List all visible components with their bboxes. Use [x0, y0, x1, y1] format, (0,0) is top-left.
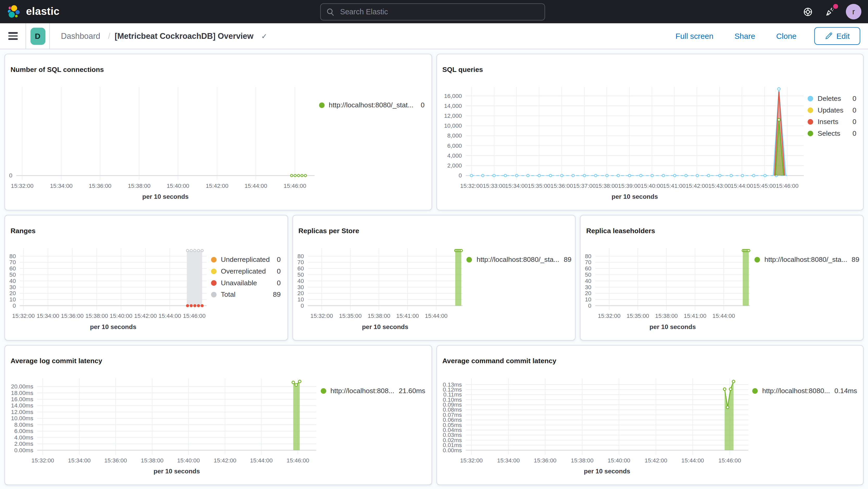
legend-item[interactable]: Overreplicated0 [211, 268, 281, 275]
svg-text:50: 50 [9, 272, 16, 278]
panel-replicas-per-store[interactable]: Replicas per Store 0102030405060708015:3… [292, 215, 576, 341]
svg-text:per 10 seconds: per 10 seconds [650, 323, 696, 330]
legend-value: 0 [421, 101, 425, 109]
legend-item[interactable]: http://localhost:8080...0.14ms [752, 387, 856, 395]
panel-number-of-sql-connections[interactable]: Number of SQL connections 015:32:0015:34… [4, 54, 432, 211]
legend-label: http://localhost:8080/_sta... [764, 256, 847, 264]
panel-average-log-commit-latency[interactable]: Average log commit latency 0.00ms2.00ms4… [4, 345, 432, 485]
clone-button[interactable]: Clone [773, 31, 800, 41]
panel-sql-queries[interactable]: SQL queries 02,0004,0006,0008,00010,0001… [436, 54, 864, 211]
svg-text:0: 0 [588, 303, 591, 309]
legend-item[interactable]: Inserts0 [808, 118, 856, 126]
svg-text:15:34:00: 15:34:00 [505, 183, 528, 189]
svg-text:20: 20 [585, 290, 592, 297]
legend-value: 0 [277, 268, 281, 275]
legend-item[interactable]: Deletes0 [808, 95, 856, 102]
svg-text:80: 80 [297, 253, 304, 259]
svg-text:70: 70 [297, 259, 304, 266]
svg-text:15:44:00: 15:44:00 [245, 183, 267, 189]
svg-text:15:34:00: 15:34:00 [68, 457, 91, 464]
svg-text:15:43:00: 15:43:00 [708, 183, 731, 189]
legend-item[interactable]: Total89 [211, 291, 281, 299]
svg-text:15:34:00: 15:34:00 [497, 457, 520, 464]
newsfeed-button[interactable] [824, 5, 836, 18]
dashboard-toolbar: D Dashboard / [Metricbeat CockroachDB] O… [0, 23, 868, 49]
panel-ranges[interactable]: Ranges 0102030405060708015:32:0015:34:00… [4, 215, 288, 341]
svg-text:6,000: 6,000 [447, 143, 462, 149]
svg-text:16.00ms: 16.00ms [11, 396, 33, 402]
panel-title: SQL queries [437, 61, 863, 75]
chart-legend: http://localhost:8080/_sta...89 [467, 244, 575, 340]
panel-replica-leaseholders[interactable]: Replica leaseholders 0102030405060708015… [580, 215, 864, 341]
series-dot-icon [808, 107, 813, 113]
svg-text:15:32:00: 15:32:00 [598, 313, 621, 319]
svg-text:30: 30 [297, 284, 304, 291]
space-switcher[interactable]: D [26, 23, 49, 49]
svg-text:40: 40 [585, 278, 592, 284]
panel-average-command-commit-latency[interactable]: Average command commit latency 0.00ms0.0… [436, 345, 864, 485]
legend-item[interactable]: Updates0 [808, 106, 856, 114]
page-title: [Metricbeat CockroachDB] Overview [115, 32, 253, 40]
svg-text:15:35:00: 15:35:00 [339, 313, 362, 319]
user-avatar[interactable]: r [846, 4, 862, 20]
chart-command-commit-latency[interactable]: 0.00ms0.01ms0.02ms0.03ms0.04ms0.05ms0.06… [437, 374, 752, 485]
chart-replica-leaseholders[interactable]: 0102030405060708015:32:0015:35:0015:38:0… [581, 244, 754, 340]
svg-text:15:44:00: 15:44:00 [159, 313, 181, 319]
series-dot-icon [467, 257, 472, 262]
svg-text:15:34:00: 15:34:00 [37, 313, 59, 319]
svg-text:15:36:00: 15:36:00 [104, 457, 127, 464]
svg-text:15:46:00: 15:46:00 [718, 457, 741, 464]
svg-text:15:40:00: 15:40:00 [641, 183, 663, 189]
legend-item[interactable]: Underreplicated0 [211, 256, 281, 264]
panel-title: Ranges [5, 222, 287, 237]
svg-text:10,000: 10,000 [444, 122, 462, 129]
svg-text:70: 70 [9, 259, 16, 266]
svg-text:12,000: 12,000 [444, 113, 462, 119]
legend-item[interactable]: Unavailable0 [211, 279, 281, 287]
chart-sql-queries[interactable]: 02,0004,0006,0008,00010,00012,00014,0001… [437, 83, 808, 210]
chart-ranges[interactable]: 0102030405060708015:32:0015:34:0015:36:0… [5, 244, 211, 340]
edit-button[interactable]: Edit [814, 27, 860, 45]
help-button[interactable] [802, 6, 814, 18]
series-dot-icon [808, 131, 813, 136]
svg-text:50: 50 [585, 272, 592, 278]
svg-text:15:32:00: 15:32:00 [460, 457, 483, 464]
svg-text:15:42:00: 15:42:00 [214, 457, 237, 464]
svg-text:15:36:00: 15:36:00 [550, 183, 573, 189]
svg-text:15:45:00: 15:45:00 [753, 183, 776, 189]
svg-text:15:36:00: 15:36:00 [61, 313, 84, 319]
svg-text:15:46:00: 15:46:00 [183, 313, 206, 319]
share-button[interactable]: Share [731, 31, 758, 41]
svg-text:0: 0 [301, 303, 304, 309]
legend-item[interactable]: http://localhost:808...21.60ms [320, 387, 425, 395]
legend-label: http://localhost:8080... [762, 387, 830, 395]
search-icon [326, 7, 335, 16]
svg-text:8.00ms: 8.00ms [14, 422, 33, 428]
legend-item[interactable]: Selects0 [808, 129, 856, 137]
chart-sql-connections[interactable]: 015:32:0015:34:0015:36:0015:38:0015:40:0… [5, 83, 319, 210]
svg-text:10: 10 [585, 296, 592, 303]
chart-log-commit-latency[interactable]: 0.00ms2.00ms4.00ms6.00ms8.00ms10.00ms12.… [5, 374, 320, 485]
full-screen-button[interactable]: Full screen [672, 31, 717, 41]
svg-text:70: 70 [585, 259, 592, 266]
svg-text:15:33:00: 15:33:00 [483, 183, 505, 189]
legend-label: http://localhost:8080/_stat... [329, 101, 413, 109]
title-menu-icon[interactable]: ✓ [258, 31, 271, 41]
breadcrumb-dashboard[interactable]: Dashboard [58, 31, 103, 41]
svg-text:15:38:00: 15:38:00 [655, 313, 678, 319]
global-search-bar[interactable] [320, 3, 545, 20]
elastic-logo[interactable]: elastic [7, 4, 60, 19]
svg-text:15:32:00: 15:32:00 [310, 313, 333, 319]
svg-text:15:32:00: 15:32:00 [11, 183, 34, 189]
svg-text:15:42:00: 15:42:00 [685, 183, 708, 189]
series-dot-icon [808, 119, 813, 125]
svg-text:20: 20 [297, 290, 304, 297]
menu-button[interactable] [0, 23, 26, 49]
legend-item[interactable]: http://localhost:8080/_sta...89 [467, 256, 568, 264]
legend-item[interactable]: http://localhost:8080/_sta...89 [754, 256, 856, 264]
chart-replicas-per-store[interactable]: 0102030405060708015:32:0015:35:0015:38:0… [293, 244, 466, 340]
legend-item[interactable]: http://localhost:8080/_stat...0 [319, 101, 425, 109]
search-input[interactable] [339, 7, 539, 17]
svg-text:40: 40 [297, 278, 304, 284]
svg-text:20: 20 [9, 290, 16, 297]
